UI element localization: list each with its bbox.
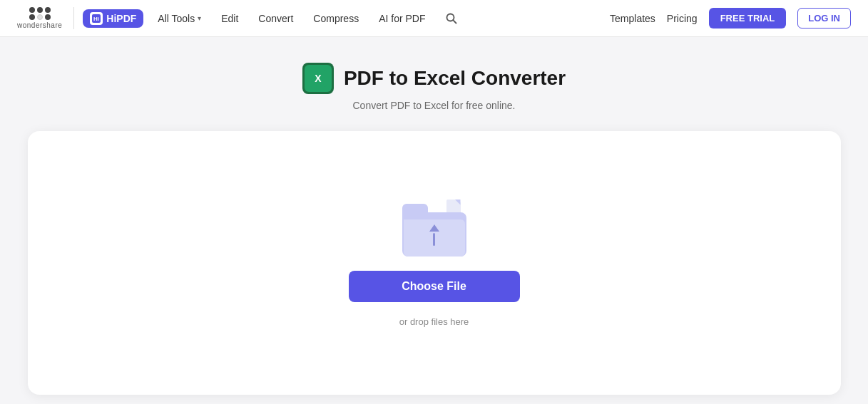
hipdf-label: HiPDF [106, 13, 136, 24]
logo-area: wondershare [17, 7, 74, 29]
wondershare-logo: wondershare [17, 7, 62, 29]
folder-tab [402, 204, 428, 212]
main-content: X PDF to Excel Converter Convert PDF to … [0, 37, 868, 404]
navbar-right: Templates Pricing FREE TRIAL LOG IN [610, 8, 851, 29]
dropzone-card[interactable]: Choose File or drop files here [28, 131, 841, 395]
hipdf-icon: Hi [90, 12, 103, 25]
svg-line-3 [453, 20, 456, 23]
nav-convert[interactable]: Convert [250, 9, 302, 29]
folder-front [404, 219, 465, 257]
search-icon [445, 12, 458, 25]
excel-icon-inner: X [305, 65, 332, 92]
navbar: wondershare Hi HiPDF All Tools ▾ Edit Co… [0, 0, 868, 37]
nav-items: All Tools ▾ Edit Convert Compress AI for… [149, 7, 462, 30]
choose-file-button[interactable]: Choose File [349, 271, 520, 302]
page-title-row: X PDF to Excel Converter [302, 63, 566, 94]
nav-templates[interactable]: Templates [610, 13, 655, 24]
nav-edit[interactable]: Edit [213, 9, 247, 29]
svg-text:X: X [315, 73, 322, 84]
navbar-left: wondershare Hi HiPDF All Tools ▾ Edit Co… [17, 7, 463, 30]
svg-text:Hi: Hi [93, 16, 99, 22]
page-header: X PDF to Excel Converter Convert PDF to … [302, 63, 566, 111]
upload-arrow-icon [429, 224, 439, 246]
upload-illustration [402, 200, 466, 257]
login-button[interactable]: LOG IN [797, 8, 851, 29]
nav-ai[interactable]: AI for PDF [370, 9, 434, 29]
nav-pricing[interactable]: Pricing [667, 13, 698, 24]
page-title: PDF to Excel Converter [344, 67, 566, 90]
nav-all-tools[interactable]: All Tools ▾ [149, 9, 210, 29]
free-trial-button[interactable]: FREE TRIAL [709, 8, 787, 29]
page-subtitle: Convert PDF to Excel for free online. [352, 100, 515, 111]
excel-icon: X [302, 63, 334, 94]
chevron-down-icon: ▾ [198, 14, 201, 22]
search-button[interactable] [440, 7, 463, 30]
nav-compress[interactable]: Compress [305, 9, 367, 29]
drop-hint-text: or drop files here [399, 316, 469, 327]
wondershare-text: wondershare [17, 21, 62, 29]
hipdf-badge[interactable]: Hi HiPDF [83, 9, 143, 28]
